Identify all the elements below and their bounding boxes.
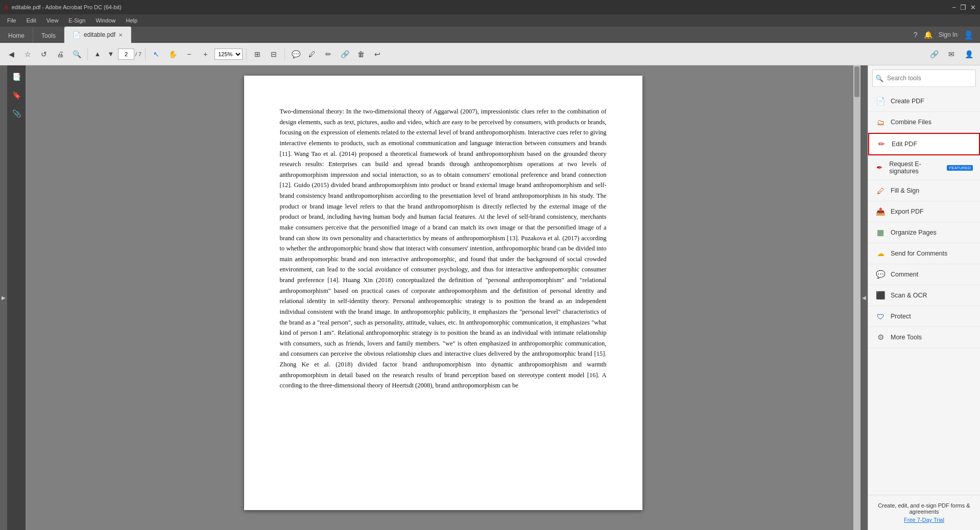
sidebar-icon-1[interactable]: 📑 [9, 70, 23, 84]
restore-button[interactable]: ❐ [960, 4, 966, 11]
toolbar-annotate-button[interactable]: ✏ [321, 47, 336, 61]
send-for-comments-icon: ☁ [875, 248, 886, 259]
tool-item-fill-sign[interactable]: 🖊Fill & Sign [868, 180, 980, 201]
toolbar-select-tool[interactable]: ↖ [149, 47, 163, 61]
toolbar-highlight-button[interactable]: 🖊 [305, 47, 319, 61]
tool-item-scan-ocr[interactable]: ⬛Scan & OCR [868, 285, 980, 306]
request-esignatures-label: Request E-signatures [889, 160, 942, 175]
right-panel: 🔍 📄Create PDF🗂Combine Files✏Edit PDF✒Req… [868, 65, 980, 530]
pdf-area: Two-dimensional theory: In the two-dimen… [26, 65, 861, 530]
tab-home[interactable]: Home [0, 29, 33, 43]
left-sidebar: 📑 🔖 📎 [7, 65, 26, 530]
mail-button[interactable]: ✉ [944, 47, 959, 61]
zoom-in-button[interactable]: + [198, 47, 212, 61]
combine-files-icon: 🗂 [875, 117, 886, 127]
toolbar-fit-button[interactable]: ⊞ [250, 47, 265, 61]
fill-sign-icon: 🖊 [875, 186, 886, 196]
toolbar: ◀ ☆ ↺ 🖨 🔍 ▲ ▼ / 7 ↖ ✋ − + 125% 100% 75% … [0, 43, 980, 65]
tool-item-request-esignatures[interactable]: ✒Request E-signaturesFEATURED [868, 155, 980, 180]
comment-icon: 💬 [875, 269, 886, 280]
tool-item-protect[interactable]: 🛡Protect [868, 306, 980, 327]
tool-item-send-for-comments[interactable]: ☁Send for Comments [868, 243, 980, 264]
more-tools-icon: ⚙ [875, 332, 886, 342]
tab-bar: Home Tools 📄 editable.pdf ✕ ? 🔔 Sign In … [0, 27, 980, 43]
minimize-button[interactable]: − [952, 4, 956, 11]
tool-item-comment[interactable]: 💬Comment [868, 264, 980, 285]
tool-item-create-pdf[interactable]: 📄Create PDF [868, 91, 980, 112]
export-pdf-label: Export PDF [891, 208, 924, 215]
request-esignatures-icon: ✒ [875, 163, 884, 173]
toolbar-link-button[interactable]: 🔗 [338, 47, 352, 61]
toolbar-separator-3 [246, 48, 247, 60]
toolbar-back-button[interactable]: ◀ [4, 47, 18, 61]
share-button[interactable]: 🔗 [927, 47, 941, 61]
toolbar-comment-button[interactable]: 💬 [289, 47, 303, 61]
signin-button[interactable]: Sign In [939, 31, 958, 38]
tool-item-export-pdf[interactable]: 📤Export PDF [868, 201, 980, 222]
more-tools-label: More Tools [891, 334, 922, 341]
page-number-input[interactable] [118, 49, 134, 60]
toolbar-separator-1 [87, 48, 88, 60]
toolbar-separator-4 [284, 48, 285, 60]
notification-icon[interactable]: 🔔 [924, 31, 933, 39]
toolbar-search-button[interactable]: 🔍 [69, 47, 84, 61]
tab-close-button[interactable]: ✕ [118, 32, 123, 38]
toolbar-undo-button[interactable]: ↩ [370, 47, 385, 61]
menu-file[interactable]: File [3, 16, 20, 25]
menu-edit[interactable]: Edit [22, 16, 40, 25]
tool-item-combine-files[interactable]: 🗂Combine Files [868, 112, 980, 133]
title-bar: A editable.pdf - Adobe Acrobat Pro DC (6… [0, 0, 980, 14]
menu-esign[interactable]: E-Sign [64, 16, 89, 25]
sidebar-icon-2[interactable]: 🔖 [9, 88, 23, 102]
tab-tools[interactable]: Tools [33, 29, 64, 43]
zoom-out-button[interactable]: − [182, 47, 196, 61]
scan-ocr-icon: ⬛ [875, 290, 886, 301]
tool-item-edit-pdf[interactable]: ✏Edit PDF [868, 133, 980, 155]
toolbar-delete-button[interactable]: 🗑 [354, 47, 368, 61]
organize-pages-icon: ▦ [875, 227, 886, 238]
fill-sign-label: Fill & Sign [891, 187, 919, 194]
tool-item-organize-pages[interactable]: ▦Organize Pages [868, 222, 980, 243]
menu-view[interactable]: View [42, 16, 63, 25]
combine-files-label: Combine Files [891, 119, 931, 126]
main-area: ▶ 📑 🔖 📎 Two-dimensional theory: In the t… [0, 65, 980, 530]
toolbar-right: 🔗 ✉ 👤 [927, 47, 976, 61]
menu-help[interactable]: Help [122, 16, 142, 25]
edit-pdf-label: Edit PDF [892, 141, 917, 148]
trial-link[interactable]: Free 7-Day Trial [904, 517, 944, 523]
organize-pages-label: Organize Pages [891, 229, 937, 236]
right-panel-toggle[interactable]: ◀ [861, 65, 868, 530]
send-for-comments-label: Send for Comments [891, 250, 947, 257]
zoom-select[interactable]: 125% 100% 75% 150% [214, 49, 243, 60]
toolbar-star-button[interactable]: ☆ [20, 47, 35, 61]
pdf-page: Two-dimensional theory: In the two-dimen… [244, 76, 642, 510]
create-pdf-label: Create PDF [891, 98, 924, 105]
right-panel-bottom: Create, edit, and e-sign PDF forms & agr… [868, 495, 980, 530]
account-button[interactable]: 👤 [962, 47, 976, 61]
search-icon: 🔍 [875, 75, 883, 82]
search-tools-input[interactable] [872, 70, 976, 87]
toolbar-separator-2 [145, 48, 146, 60]
nav-next-button[interactable]: ▼ [105, 48, 117, 60]
toolbar-rotate-button[interactable]: ↺ [37, 47, 51, 61]
nav-prev-button[interactable]: ▲ [91, 48, 104, 60]
scroll-bar[interactable] [853, 65, 861, 530]
sidebar-icon-3[interactable]: 📎 [9, 106, 23, 121]
app-icon: A [4, 4, 9, 11]
toolbar-hand-tool[interactable]: ✋ [165, 47, 180, 61]
toolbar-spread-button[interactable]: ⊟ [267, 47, 281, 61]
comment-label: Comment [891, 271, 918, 278]
scroll-thumb[interactable] [854, 66, 859, 97]
toolbar-print-button[interactable]: 🖨 [53, 47, 67, 61]
edit-pdf-icon: ✏ [876, 139, 887, 149]
page-navigation: ▲ ▼ / 7 [91, 48, 141, 60]
protect-icon: 🛡 [875, 311, 886, 321]
left-panel-toggle[interactable]: ▶ [0, 65, 7, 530]
menu-window[interactable]: Window [91, 16, 119, 25]
tab-active-file[interactable]: 📄 editable.pdf ✕ [64, 27, 131, 43]
tool-item-more-tools[interactable]: ⚙More Tools [868, 327, 980, 348]
request-esignatures-featured-badge: FEATURED [947, 165, 973, 171]
help-icon[interactable]: ? [914, 31, 918, 39]
close-button[interactable]: ✕ [970, 4, 976, 11]
user-icon[interactable]: 👤 [964, 30, 974, 40]
